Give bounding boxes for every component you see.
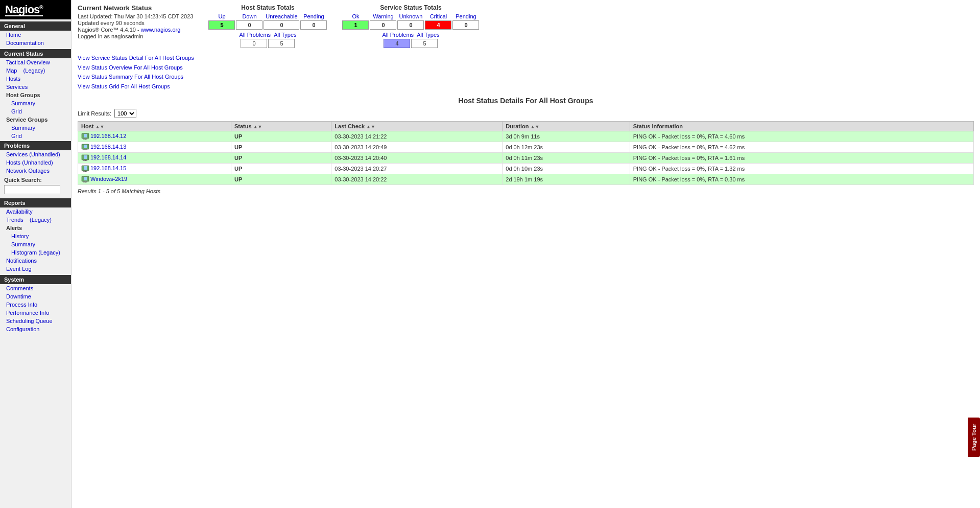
svc-warning-count[interactable]: 0 xyxy=(370,20,396,30)
svc-all-problems-link[interactable]: All Problems xyxy=(382,32,414,38)
service-totals-labels: Ok Warning Unknown Critical Pending xyxy=(342,13,479,19)
sidebar-item-service-groups-summary[interactable]: Summary xyxy=(0,124,71,132)
sidebar-item-documentation[interactable]: Documentation xyxy=(0,39,71,47)
service-groups-summary-link[interactable]: Summary xyxy=(11,125,35,131)
host-totals-labels: Up Down Unreachable Pending xyxy=(208,13,327,19)
host-name-link[interactable]: 192.168.14.15 xyxy=(90,165,126,171)
host-groups-summary-link[interactable]: Summary xyxy=(11,100,35,106)
process-info-link[interactable]: Process Info xyxy=(6,302,37,308)
home-link[interactable]: Home xyxy=(6,32,21,38)
sidebar-item-alerts-summary[interactable]: Summary xyxy=(0,240,71,248)
sidebar-item-alerts-histogram[interactable]: Histogram (Legacy) xyxy=(0,248,71,257)
sidebar-item-services[interactable]: Services xyxy=(0,83,71,91)
svc-unknown-count[interactable]: 0 xyxy=(397,20,424,30)
sidebar-item-hosts-unhandled[interactable]: Hosts (Unhandled) xyxy=(0,158,71,167)
documentation-link[interactable]: Documentation xyxy=(6,40,44,46)
sidebar-item-host-groups-summary[interactable]: Summary xyxy=(0,99,71,107)
svc-label-unknown: Unknown xyxy=(397,13,424,19)
svc-pending-count[interactable]: 0 xyxy=(452,20,479,30)
alerts-summary-link[interactable]: Summary xyxy=(11,241,35,247)
hosts-unhandled-link[interactable]: Hosts (Unhandled) xyxy=(6,159,53,166)
network-outages-link[interactable]: Network Outages xyxy=(6,168,50,174)
svc-critical-count[interactable]: 4 xyxy=(425,20,451,30)
sidebar-item-trends[interactable]: Trends (Legacy) xyxy=(0,216,71,224)
view-status-grid-link[interactable]: View Status Grid For All Host Groups xyxy=(78,82,974,91)
host-name-link[interactable]: 192.168.14.13 xyxy=(90,144,126,150)
status-cell: UP xyxy=(231,152,331,163)
service-groups-grid-link[interactable]: Grid xyxy=(11,133,22,139)
sidebar-item-notifications[interactable]: Notifications xyxy=(0,257,71,265)
last-check-sort-icon[interactable]: ▲▼ xyxy=(366,124,375,129)
view-status-summary-link[interactable]: View Status Summary For All Host Groups xyxy=(78,72,974,82)
host-name-link[interactable]: 192.168.14.14 xyxy=(90,154,126,160)
sidebar-item-comments[interactable]: Comments xyxy=(0,284,71,292)
comments-link[interactable]: Comments xyxy=(6,285,33,291)
table-row: Windows-2k19UP03-30-2023 14:20:222d 19h … xyxy=(78,174,974,184)
sidebar-item-host-groups-grid[interactable]: Grid xyxy=(0,107,71,116)
sidebar-item-downtime[interactable]: Downtime xyxy=(0,292,71,301)
alerts-history-link[interactable]: History xyxy=(11,233,29,239)
map-link[interactable]: Map (Legacy) xyxy=(6,67,45,74)
host-up-count[interactable]: 5 xyxy=(208,20,235,30)
tactical-overview-link[interactable]: Tactical Overview xyxy=(6,59,50,65)
alerts-histogram-link[interactable]: Histogram (Legacy) xyxy=(11,249,60,256)
trends-link[interactable]: Trends (Legacy) xyxy=(6,217,52,223)
services-unhandled-link[interactable]: Services (Unhandled) xyxy=(6,151,60,157)
sidebar-item-map[interactable]: Map (Legacy) xyxy=(0,66,71,75)
sidebar-item-event-log[interactable]: Event Log xyxy=(0,265,71,273)
table-row: 192.168.14.12UP03-30-2023 14:21:223d 0h … xyxy=(78,131,974,142)
host-name-link[interactable]: Windows-2k19 xyxy=(90,176,127,182)
host-down-count[interactable]: 0 xyxy=(236,20,262,30)
sidebar-item-configuration[interactable]: Configuration xyxy=(0,325,71,333)
configuration-link[interactable]: Configuration xyxy=(6,326,39,332)
hosts-link[interactable]: Hosts xyxy=(6,76,20,82)
services-link[interactable]: Services xyxy=(6,84,28,90)
host-bottom-values: 0 5 xyxy=(208,39,327,48)
performance-info-link[interactable]: Performance Info xyxy=(6,310,49,316)
sidebar-item-tactical-overview[interactable]: Tactical Overview xyxy=(0,58,71,66)
host-sort-icon[interactable]: ▲▼ xyxy=(95,124,105,129)
availability-link[interactable]: Availability xyxy=(6,209,33,215)
host-pending-count[interactable]: 0 xyxy=(300,20,327,30)
host-name-link[interactable]: 192.168.14.12 xyxy=(90,133,126,139)
host-all-problems-link[interactable]: All Problems xyxy=(239,32,271,38)
view-service-status-detail-link[interactable]: View Service Status Detail For All Host … xyxy=(78,53,974,63)
sidebar-item-availability[interactable]: Availability xyxy=(0,207,71,216)
host-all-types-link[interactable]: All Types xyxy=(274,32,296,38)
sidebar-item-alerts: Alerts xyxy=(0,224,71,232)
notifications-link[interactable]: Notifications xyxy=(6,258,37,264)
last-updated: Last Updated: Thu Mar 30 14:23:45 CDT 20… xyxy=(78,13,193,19)
sidebar-item-network-outages[interactable]: Network Outages xyxy=(0,167,71,175)
current-network-status: Current Network Status Last Updated: Thu… xyxy=(78,4,193,40)
scheduling-queue-link[interactable]: Scheduling Queue xyxy=(6,318,53,324)
nagios-url[interactable]: www.nagios.org xyxy=(141,27,181,33)
host-all-problems-count[interactable]: 0 xyxy=(241,39,267,48)
svc-all-types-count[interactable]: 5 xyxy=(411,39,438,48)
view-status-overview-link[interactable]: View Status Overview For All Host Groups xyxy=(78,63,974,73)
sidebar-item-scheduling-queue[interactable]: Scheduling Queue xyxy=(0,317,71,325)
host-all-types-count[interactable]: 5 xyxy=(268,39,295,48)
page-tour-button[interactable]: Page Tour xyxy=(968,418,980,457)
sidebar-item-alerts-history[interactable]: History xyxy=(0,232,71,240)
search-input[interactable] xyxy=(4,185,60,194)
downtime-link[interactable]: Downtime xyxy=(6,293,31,299)
sidebar-item-hosts[interactable]: Hosts xyxy=(0,75,71,83)
svc-all-types-link[interactable]: All Types xyxy=(417,32,439,38)
limit-select[interactable]: 100 25 50 200 All xyxy=(114,109,136,118)
event-log-link[interactable]: Event Log xyxy=(6,266,32,272)
status-info-cell: PING OK - Packet loss = 0%, RTA = 1.32 m… xyxy=(630,163,973,174)
service-totals-values: 1 0 0 4 0 xyxy=(342,20,479,30)
host-unreachable-count[interactable]: 0 xyxy=(264,20,299,30)
duration-sort-icon[interactable]: ▲▼ xyxy=(531,124,540,129)
sidebar-item-service-groups-grid[interactable]: Grid xyxy=(0,132,71,140)
svc-all-problems-count[interactable]: 4 xyxy=(384,39,410,48)
sidebar-item-performance-info[interactable]: Performance Info xyxy=(0,309,71,317)
svc-ok-count[interactable]: 1 xyxy=(342,20,369,30)
sidebar-item-services-unhandled[interactable]: Services (Unhandled) xyxy=(0,150,71,158)
sidebar-problems-header: Problems xyxy=(0,141,71,150)
sidebar-item-process-info[interactable]: Process Info xyxy=(0,301,71,309)
host-groups-grid-link[interactable]: Grid xyxy=(11,108,22,114)
status-sort-icon[interactable]: ▲▼ xyxy=(253,124,262,129)
network-status-header: Current Network Status Last Updated: Thu… xyxy=(78,4,974,48)
sidebar-item-home[interactable]: Home xyxy=(0,31,71,39)
